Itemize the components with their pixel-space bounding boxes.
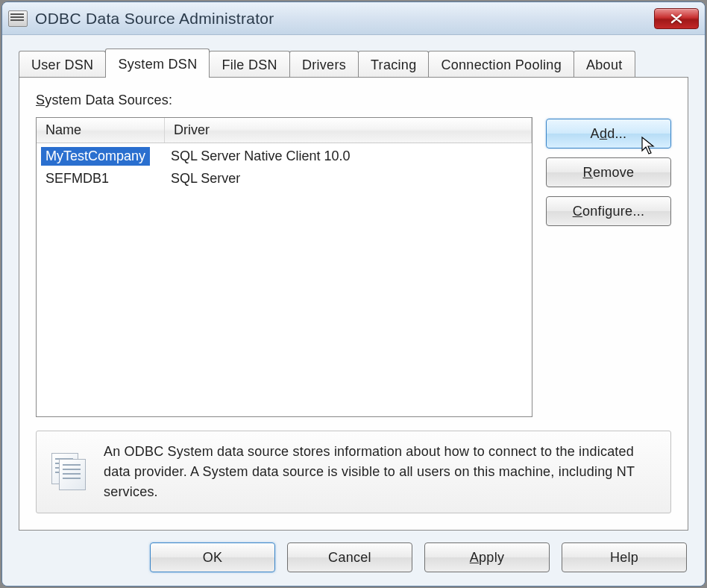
remove-button[interactable]: Remove [546, 157, 671, 187]
tab-drivers[interactable]: Drivers [289, 51, 359, 77]
system-dsn-panel: System Data Sources: Name Driver MyTestC… [19, 77, 688, 531]
close-icon [670, 13, 683, 24]
dialog-buttons: OK Cancel Apply Help [19, 531, 688, 574]
tab-connection-pooling[interactable]: Connection Pooling [428, 51, 574, 77]
add-button[interactable]: Add... [546, 119, 671, 148]
column-driver[interactable]: Driver [165, 118, 532, 143]
list-cell-driver: SQL Server [165, 171, 532, 187]
list-item[interactable]: SEFMDB1 SQL Server [37, 167, 532, 190]
list-item[interactable]: MyTestCompany SQL Server Native Client 1… [37, 145, 532, 167]
column-name[interactable]: Name [37, 118, 165, 143]
list-cell-driver: SQL Server Native Client 10.0 [165, 148, 532, 164]
titlebar: ODBC Data Source Administrator [2, 2, 705, 35]
help-button[interactable]: Help [562, 542, 687, 572]
list-cell-name: MyTestCompany [37, 147, 165, 166]
app-icon [8, 10, 28, 27]
window-title: ODBC Data Source Administrator [35, 10, 654, 28]
list-body: MyTestCompany SQL Server Native Client 1… [37, 143, 532, 191]
list-label-accel: S [36, 93, 45, 107]
list-row: Name Driver MyTestCompany SQL Server Nat… [36, 117, 671, 417]
list-label: System Data Sources: [36, 93, 671, 108]
list-label-text: ystem Data Sources: [45, 93, 172, 107]
configure-button-label: Configure... [573, 204, 645, 219]
odbc-admin-window: ODBC Data Source Administrator User DSN … [1, 1, 706, 587]
side-buttons: Add... Remove Configure... [546, 117, 671, 417]
info-box: An ODBC System data source stores inform… [36, 431, 671, 513]
info-icon [51, 453, 87, 492]
dialog-content: User DSN System DSN File DSN Drivers Tra… [2, 35, 705, 586]
add-button-label: Add... [591, 126, 627, 142]
list-header: Name Driver [37, 118, 532, 143]
list-cell-name: SEFMDB1 [37, 169, 165, 188]
remove-button-label: Remove [583, 165, 635, 181]
tab-tracing[interactable]: Tracing [358, 51, 429, 77]
tab-about[interactable]: About [574, 51, 635, 77]
tab-system-dsn[interactable]: System DSN [105, 49, 210, 78]
apply-button-label: Apply [470, 550, 505, 566]
cancel-button[interactable]: Cancel [287, 542, 412, 572]
tab-file-dsn[interactable]: File DSN [209, 51, 289, 77]
info-text: An ODBC System data source stores inform… [104, 442, 656, 502]
configure-button[interactable]: Configure... [546, 196, 671, 226]
ok-button[interactable]: OK [150, 542, 275, 572]
tab-user-dsn[interactable]: User DSN [19, 51, 106, 77]
tab-strip: User DSN System DSN File DSN Drivers Tra… [19, 49, 688, 77]
close-button[interactable] [654, 8, 699, 29]
apply-button[interactable]: Apply [424, 542, 550, 572]
cursor-icon [641, 136, 657, 155]
data-sources-list[interactable]: Name Driver MyTestCompany SQL Server Nat… [36, 117, 532, 417]
